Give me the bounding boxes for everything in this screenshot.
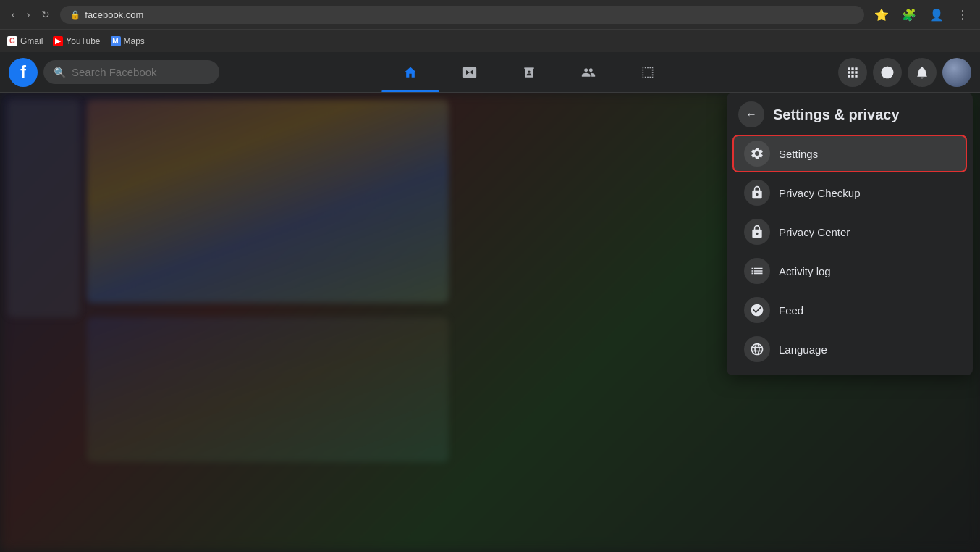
back-arrow-icon: ← (745, 108, 757, 121)
settings-icon (750, 146, 764, 161)
avatar[interactable] (942, 58, 971, 87)
gmail-label: Gmail (20, 36, 43, 46)
dropdown-item-feed[interactable]: Feed (732, 291, 967, 329)
fake-post-1 (87, 100, 449, 303)
menu-btn[interactable]: ⋮ (952, 5, 973, 25)
dropdown-item-settings[interactable]: Settings (732, 135, 967, 172)
marketplace-icon (522, 65, 536, 80)
browser-actions: ⭐ 🧩 👤 ⋮ (870, 5, 973, 25)
address-bar[interactable]: 🔒 facebook.com (60, 6, 864, 24)
activity-log-icon-container (744, 258, 770, 284)
bookmark-gmail[interactable]: G Gmail (7, 36, 43, 46)
extensions-btn[interactable]: 🧩 (897, 5, 921, 25)
dropdown-title: Settings & privacy (773, 106, 900, 123)
dropdown-item-language[interactable]: Language (732, 330, 967, 368)
privacy-center-label: Privacy Center (779, 226, 850, 238)
feed-label: Feed (779, 304, 803, 317)
maps-label: Maps (124, 36, 145, 46)
video-icon (462, 65, 477, 80)
gmail-icon: G (7, 36, 17, 46)
nav-home[interactable] (381, 59, 439, 85)
fb-search-bar[interactable]: 🔍 (43, 60, 219, 84)
maps-icon: M (111, 36, 121, 46)
privacy-checkup-label: Privacy Checkup (779, 187, 861, 199)
settings-label: Settings (779, 148, 818, 160)
search-input[interactable] (72, 66, 209, 78)
profile-btn[interactable]: 👤 (925, 5, 948, 25)
feed-icon (641, 65, 655, 80)
fake-post-2 (87, 317, 449, 462)
fb-nav-right (838, 58, 971, 87)
apps-button[interactable] (838, 58, 867, 87)
apps-icon (845, 65, 860, 80)
dropdown-back-button[interactable]: ← (738, 101, 764, 127)
browser-nav-buttons: ‹ › ↻ (7, 6, 54, 23)
main-content: ← Settings & privacy Settings Privacy Ch… (0, 93, 980, 552)
activity-log-label: Activity log (779, 265, 831, 277)
dropdown-item-privacy-checkup[interactable]: Privacy Checkup (732, 174, 967, 212)
feed-settings-icon (750, 303, 764, 317)
fb-navbar: f 🔍 (0, 52, 980, 93)
fb-nav-center (225, 59, 832, 85)
refresh-button[interactable]: ↻ (37, 6, 54, 23)
groups-icon (581, 65, 596, 80)
nav-video[interactable] (441, 59, 499, 85)
privacy-checkup-icon (750, 185, 764, 200)
privacy-checkup-icon-container (744, 180, 770, 206)
messenger-icon (880, 65, 895, 80)
feed-settings-icon-container (744, 297, 770, 323)
language-icon-container (744, 336, 770, 362)
settings-icon-container (744, 141, 770, 167)
nav-feed[interactable] (619, 59, 677, 85)
nav-marketplace[interactable] (500, 59, 558, 85)
url-text: facebook.com (85, 9, 143, 20)
fake-sidebar (7, 100, 80, 317)
bookmarks-bar: G Gmail ▶ YouTube M Maps (0, 29, 980, 52)
youtube-icon: ▶ (53, 36, 63, 46)
language-icon (750, 342, 764, 356)
fb-logo-letter: f (20, 62, 26, 83)
dropdown-item-privacy-center[interactable]: Privacy Center (732, 213, 967, 251)
privacy-center-icon-container (744, 219, 770, 245)
settings-privacy-dropdown: ← Settings & privacy Settings Privacy Ch… (727, 93, 973, 375)
dropdown-item-activity-log[interactable]: Activity log (732, 252, 967, 290)
messenger-button[interactable] (873, 58, 902, 87)
bell-icon (915, 65, 929, 80)
activity-log-icon (750, 264, 764, 278)
privacy-center-icon (750, 225, 764, 239)
fb-logo[interactable]: f (9, 58, 38, 87)
lock-icon: 🔒 (70, 10, 80, 20)
home-icon (403, 65, 418, 80)
forward-button[interactable]: › (22, 6, 35, 23)
bookmark-youtube[interactable]: ▶ YouTube (53, 36, 100, 46)
bookmark-maps[interactable]: M Maps (111, 36, 145, 46)
nav-groups[interactable] (559, 59, 617, 85)
browser-chrome: ‹ › ↻ 🔒 facebook.com ⭐ 🧩 👤 ⋮ (0, 0, 980, 29)
notifications-button[interactable] (908, 58, 937, 87)
bookmark-btn[interactable]: ⭐ (870, 5, 893, 25)
youtube-label: YouTube (66, 36, 100, 46)
dropdown-header: ← Settings & privacy (727, 93, 973, 133)
language-label: Language (779, 343, 827, 356)
search-icon: 🔍 (54, 67, 66, 78)
back-button[interactable]: ‹ (7, 6, 20, 23)
